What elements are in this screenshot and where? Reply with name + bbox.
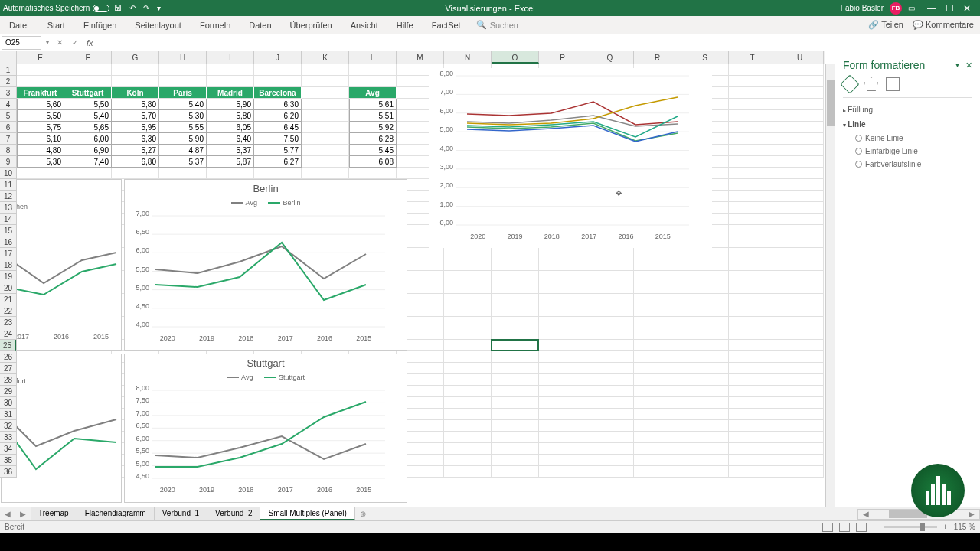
cell-T32[interactable]	[729, 420, 776, 432]
cell-P25[interactable]	[539, 340, 586, 351]
cell-F3[interactable]: Stuttgart	[64, 87, 112, 99]
cell-S17[interactable]	[681, 248, 729, 259]
cell-I6[interactable]: 6,05	[207, 122, 254, 133]
cell-L7[interactable]: 6,28	[349, 133, 397, 145]
view-page-break-icon[interactable]	[856, 523, 867, 532]
cell-H3[interactable]: Paris	[159, 87, 207, 99]
tab-einfuegen[interactable]: Einfügen	[80, 18, 119, 33]
col-header-N[interactable]: N	[444, 51, 492, 64]
row-header-25[interactable]: 25	[0, 340, 16, 351]
row-header-35[interactable]: 35	[0, 455, 16, 466]
cell-J6[interactable]: 6,45	[254, 122, 302, 133]
option-solid-line[interactable]: Einfarbige Linie	[843, 145, 972, 158]
cell-P23[interactable]	[539, 317, 586, 328]
cell-L10[interactable]	[349, 168, 397, 179]
cell-O24[interactable]	[492, 328, 539, 340]
cell-U3[interactable]	[776, 87, 824, 99]
cell-L9[interactable]: 6,08	[349, 156, 397, 168]
cell-O35[interactable]	[492, 455, 539, 466]
tab-factset[interactable]: FactSet	[429, 18, 464, 33]
col-header-M[interactable]: M	[397, 51, 444, 64]
tab-seitenlayout[interactable]: Seitenlayout	[132, 18, 185, 33]
cell-I8[interactable]: 5,37	[207, 145, 254, 156]
cell-Q18[interactable]	[586, 259, 634, 271]
cell-K10[interactable]	[302, 168, 349, 179]
effects-tab-icon[interactable]	[864, 77, 878, 91]
cell-S29[interactable]	[681, 386, 729, 397]
cell-L5[interactable]: 5,51	[349, 110, 397, 122]
cell-L6[interactable]: 5,92	[349, 122, 397, 133]
row-header-31[interactable]: 31	[0, 409, 16, 420]
cell-P32[interactable]	[539, 420, 586, 432]
horizontal-scrollbar[interactable]: ◀▶	[858, 509, 980, 520]
chart-main[interactable]: 0,001,002,003,004,005,006,007,008,00 202…	[429, 68, 712, 248]
cell-O32[interactable]	[492, 420, 539, 432]
cell-U30[interactable]	[776, 397, 824, 409]
sheet-tab-0[interactable]: Treemap	[31, 507, 77, 520]
cell-N36[interactable]	[444, 466, 492, 478]
cell-T20[interactable]	[729, 282, 776, 294]
line-section[interactable]: Linie	[843, 117, 972, 132]
cell-S30[interactable]	[681, 397, 729, 409]
cell-G7[interactable]: 6,30	[112, 133, 159, 145]
cell-Q21[interactable]	[586, 294, 634, 305]
cell-S34[interactable]	[681, 443, 729, 455]
cell-J7[interactable]: 7,50	[254, 133, 302, 145]
cell-U12[interactable]	[776, 191, 824, 202]
cell-K1[interactable]	[302, 64, 349, 76]
cell-L2[interactable]	[349, 76, 397, 87]
panel-options-icon[interactable]: ▾	[956, 60, 959, 70]
cell-O22[interactable]	[492, 305, 539, 317]
col-header-K[interactable]: K	[302, 51, 349, 64]
cell-I9[interactable]: 5,87	[207, 156, 254, 168]
cell-U28[interactable]	[776, 374, 824, 386]
cell-J10[interactable]	[254, 168, 302, 179]
tab-ansicht[interactable]: Ansicht	[348, 18, 381, 33]
cell-T19[interactable]	[729, 271, 776, 282]
cell-R36[interactable]	[634, 466, 681, 478]
tab-nav-prev[interactable]: ◀	[0, 510, 15, 518]
zoom-level[interactable]: 115 %	[954, 523, 975, 531]
tab-nav-next[interactable]: ▶	[15, 510, 31, 518]
cell-I2[interactable]	[207, 76, 254, 87]
cell-Q32[interactable]	[586, 420, 634, 432]
cell-R31[interactable]	[634, 409, 681, 420]
row-header-27[interactable]: 27	[0, 363, 16, 374]
cell-Q17[interactable]	[586, 248, 634, 259]
cell-R23[interactable]	[634, 317, 681, 328]
col-header-F[interactable]: F	[64, 51, 112, 64]
cell-U7[interactable]	[776, 133, 824, 145]
minimize-button[interactable]: —	[927, 3, 936, 14]
cell-F6[interactable]: 5,65	[64, 122, 112, 133]
cell-O34[interactable]	[492, 443, 539, 455]
option-no-line[interactable]: Keine Linie	[843, 132, 972, 145]
cell-R21[interactable]	[634, 294, 681, 305]
cell-I5[interactable]: 5,80	[207, 110, 254, 122]
cell-Q28[interactable]	[586, 374, 634, 386]
user-avatar[interactable]: FB	[890, 2, 902, 15]
col-header-R[interactable]: R	[634, 51, 681, 64]
cell-H2[interactable]	[159, 76, 207, 87]
cell-R20[interactable]	[634, 282, 681, 294]
cell-Q27[interactable]	[586, 363, 634, 374]
col-header-J[interactable]: J	[254, 51, 302, 64]
cell-J3[interactable]: Barcelona	[254, 87, 302, 99]
cell-T17[interactable]	[729, 248, 776, 259]
zoom-slider[interactable]	[884, 526, 937, 528]
cell-P29[interactable]	[539, 386, 586, 397]
cell-T34[interactable]	[729, 443, 776, 455]
cell-T8[interactable]	[729, 145, 776, 156]
row-header-14[interactable]: 14	[0, 214, 16, 225]
col-header-G[interactable]: G	[112, 51, 159, 64]
cell-N18[interactable]	[444, 259, 492, 271]
chart-berlin[interactable]: Berlin Avg Berlin 4,004,505,005,506,006,…	[124, 179, 407, 351]
cell-N33[interactable]	[444, 432, 492, 443]
cell-H5[interactable]: 5,30	[159, 110, 207, 122]
cell-I3[interactable]: Madrid	[207, 87, 254, 99]
cell-R18[interactable]	[634, 259, 681, 271]
cell-N20[interactable]	[444, 282, 492, 294]
row-header-11[interactable]: 11	[0, 179, 16, 191]
row-header-36[interactable]: 36	[0, 466, 16, 478]
cell-T12[interactable]	[729, 191, 776, 202]
cell-J1[interactable]	[254, 64, 302, 76]
